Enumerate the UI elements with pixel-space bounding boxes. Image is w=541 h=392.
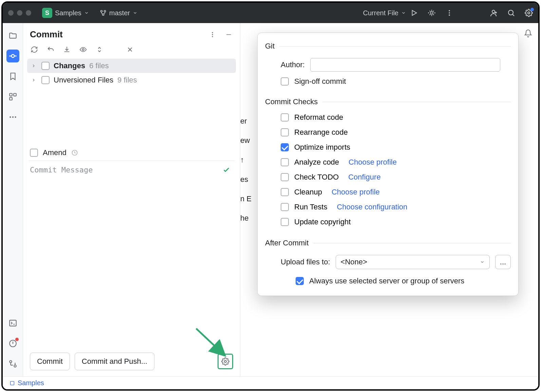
terminal-tool-button[interactable] [6, 317, 19, 330]
cleanup-link[interactable]: Choose profile [332, 188, 380, 197]
run-button[interactable] [410, 9, 418, 17]
project-selector[interactable]: S Samples [42, 8, 89, 18]
svg-point-19 [10, 360, 12, 363]
analyze-checkbox[interactable] [281, 158, 289, 166]
optimize-label: Optimize imports [294, 143, 350, 152]
svg-rect-11 [10, 93, 12, 96]
structure-tool-button[interactable] [6, 90, 19, 103]
changelists-icon[interactable] [95, 45, 104, 54]
amend-label: Amend [43, 148, 67, 157]
close-window[interactable] [8, 10, 14, 16]
rearrange-checkbox[interactable] [281, 128, 289, 136]
copyright-checkbox[interactable] [281, 218, 289, 226]
todo-label: Check TODO [294, 173, 339, 182]
left-tool-rail [3, 23, 23, 376]
code-with-me-icon[interactable] [489, 9, 498, 17]
upload-more-button[interactable]: ... [495, 255, 511, 269]
history-icon[interactable] [71, 149, 78, 156]
commit-message-box[interactable]: Commit Message [29, 161, 235, 179]
panel-minimize-icon[interactable] [224, 30, 233, 39]
cleanup-checkbox[interactable] [281, 188, 289, 196]
module-name[interactable]: Samples [18, 379, 44, 387]
search-icon[interactable] [507, 9, 515, 17]
amend-row: Amend [23, 148, 240, 157]
problems-tool-button[interactable] [6, 337, 19, 350]
svg-point-5 [449, 12, 450, 14]
group-by-icon[interactable] [126, 45, 134, 54]
svg-point-1 [104, 11, 106, 12]
chevron-right-icon[interactable] [31, 63, 37, 68]
svg-point-23 [212, 36, 213, 37]
reformat-checkbox[interactable] [281, 113, 289, 122]
analyze-label: Analyze code [294, 158, 339, 167]
commit-tool-button[interactable] [6, 50, 19, 62]
chevron-down-icon [84, 11, 89, 15]
minimize-window[interactable] [17, 10, 22, 16]
svg-rect-13 [10, 97, 12, 100]
rearrange-label: Rearrange code [294, 128, 348, 137]
more-actions-icon[interactable] [445, 9, 453, 17]
commit-actions: Commit Commit and Push... [23, 353, 240, 376]
run-config-label: Current File [363, 9, 398, 17]
notifications-icon[interactable] [524, 29, 532, 37]
status-bar: Samples [3, 376, 538, 389]
git-tool-button[interactable] [6, 357, 19, 370]
right-tool-rail [518, 23, 538, 376]
bookmarks-tool-button[interactable] [6, 70, 19, 83]
rollback-icon[interactable] [46, 45, 55, 54]
svg-point-21 [212, 32, 213, 33]
runtests-checkbox[interactable] [281, 203, 289, 211]
show-diff-icon[interactable] [79, 45, 88, 54]
svg-point-20 [14, 365, 16, 367]
chevron-down-icon [401, 11, 406, 15]
svg-point-0 [100, 11, 102, 12]
debug-button[interactable] [428, 9, 436, 17]
svg-point-4 [449, 10, 450, 12]
svg-rect-12 [14, 93, 16, 96]
chevron-right-icon[interactable] [31, 78, 37, 82]
svg-point-8 [508, 10, 513, 15]
check-item-reformat: Reformat code [281, 113, 511, 122]
check-item-rearrange: Rearrange code [281, 128, 511, 137]
shelve-icon[interactable] [62, 45, 71, 54]
branch-selector[interactable]: master [100, 9, 137, 17]
todo-checkbox[interactable] [281, 173, 289, 181]
commit-and-push-button[interactable]: Commit and Push... [75, 353, 154, 370]
run-config-selector[interactable]: Current File [363, 9, 406, 17]
signoff-label: Sign-off commit [294, 77, 346, 86]
runtests-link[interactable]: Choose configuration [337, 203, 407, 211]
panel-title: Commit [30, 29, 63, 40]
svg-point-26 [224, 360, 226, 362]
unversioned-node[interactable]: Unversioned Files 9 files [27, 73, 236, 87]
optimize-checkbox[interactable] [281, 143, 289, 151]
check-item-runtests: Run TestsChoose configuration [281, 203, 511, 211]
refresh-icon[interactable] [30, 45, 39, 54]
unversioned-checkbox[interactable] [41, 76, 50, 84]
panel-options-icon[interactable] [208, 30, 217, 39]
commit-checks-title: Commit Checks [265, 97, 318, 106]
changes-checkbox[interactable] [41, 62, 50, 70]
commit-checks-list: Reformat codeRearrange codeOptimize impo… [265, 111, 511, 230]
runtests-label: Run Tests [294, 203, 327, 211]
project-tool-button[interactable] [6, 29, 19, 42]
author-input[interactable] [310, 58, 500, 72]
commit-options-gear[interactable] [218, 354, 233, 369]
project-badge: S [42, 8, 52, 18]
svg-rect-17 [10, 320, 16, 326]
todo-link[interactable]: Configure [348, 173, 380, 182]
amend-checkbox[interactable] [30, 149, 38, 157]
settings-icon[interactable] [525, 9, 533, 17]
analyze-link[interactable]: Choose profile [349, 158, 397, 167]
maximize-window[interactable] [26, 10, 31, 16]
more-tools-button[interactable] [6, 111, 19, 124]
cleanup-label: Cleanup [294, 188, 322, 197]
upload-server-select[interactable]: <None> [336, 255, 490, 269]
signoff-checkbox[interactable] [281, 77, 289, 86]
check-icon [222, 166, 230, 174]
commit-message-placeholder: Commit Message [30, 166, 233, 174]
unversioned-label: Unversioned Files [54, 76, 113, 85]
window-controls[interactable] [8, 10, 31, 16]
always-use-checkbox[interactable] [296, 277, 304, 285]
commit-button[interactable]: Commit [30, 353, 70, 370]
changes-node[interactable]: Changes 6 files [27, 59, 236, 73]
